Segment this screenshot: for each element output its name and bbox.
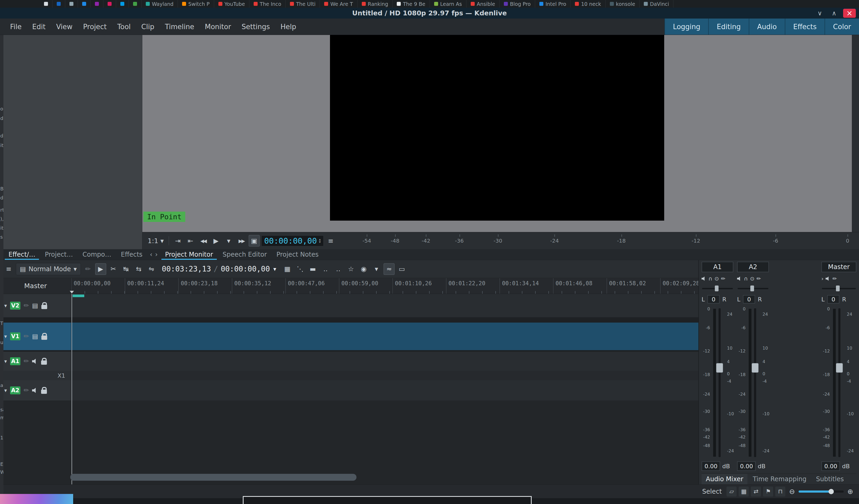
speaker-icon[interactable] — [32, 388, 38, 393]
volume-fader[interactable]: 0-6-12-18-24-30-36-42-48241040-4-10-24 — [702, 307, 733, 458]
browser-tab[interactable]: The 9 Be — [393, 0, 430, 8]
pan-value[interactable]: 0 — [827, 295, 839, 303]
workspace-tab-color[interactable]: Color — [825, 18, 859, 35]
timecode-spinner[interactable]: ▴ ▾ — [319, 238, 321, 244]
workspace-tab-audio[interactable]: Audio — [749, 18, 785, 35]
play-button[interactable]: ▶ — [210, 235, 222, 247]
rewind-button[interactable]: ◀◀ — [198, 235, 209, 247]
browser-tab[interactable]: 10 neck — [571, 0, 605, 8]
mute-icon[interactable] — [702, 276, 706, 281]
menu-timeline[interactable]: Timeline — [160, 21, 199, 33]
volume-fader[interactable]: 0-6-12-18-24-30-36-42-48241040-4-10-24 — [822, 307, 856, 458]
zoom-slider-handle[interactable] — [829, 489, 834, 494]
gain-value[interactable]: 0.00 — [702, 461, 720, 471]
menu-help[interactable]: Help — [276, 21, 301, 33]
lock-icon[interactable] — [41, 335, 47, 340]
monitor-timecode-field[interactable]: 00:00:00,00 ▴ ▾ — [261, 235, 323, 246]
headphones-solo-icon[interactable]: ∩ — [744, 275, 748, 282]
preview-render-button[interactable]: ▭ — [396, 263, 407, 275]
menu-tool[interactable]: Tool — [112, 21, 136, 33]
snap-magnet-button[interactable]: ⊓ — [775, 487, 785, 497]
tag-button[interactable]: ▱ — [726, 487, 737, 497]
chevron-down-icon[interactable]: ▾ — [4, 387, 7, 394]
gain-value[interactable]: 0.00 — [737, 461, 756, 471]
pan-slider[interactable] — [737, 285, 769, 291]
track-grid-button[interactable]: ▦ — [739, 487, 749, 497]
pencil-icon[interactable]: ✏ — [24, 387, 29, 394]
track-lane-v2[interactable] — [71, 294, 698, 317]
browser-tab[interactable]: We Are T — [320, 0, 357, 8]
effects-icon[interactable]: ✏ — [756, 275, 761, 282]
pan-slider[interactable] — [702, 285, 733, 291]
panel-tab-time-remapping[interactable]: Time Remapping — [749, 474, 811, 484]
browser-tab[interactable]: konsole — [606, 0, 639, 8]
timeline-ruler[interactable]: 00:00:00,0000:00:11,2400:00:23,1800:00:3… — [71, 278, 698, 294]
video-track-icon[interactable]: ▤ — [32, 333, 38, 340]
pan-value[interactable]: 0 — [743, 295, 755, 303]
pan-handle[interactable] — [750, 285, 754, 291]
browser-tab[interactable] — [65, 0, 78, 8]
chevron-down-icon[interactable]: ▾ — [4, 333, 7, 340]
panel-tab-subtitles[interactable]: Subtitles — [812, 474, 848, 484]
scroll-right-icon[interactable]: › — [155, 251, 158, 258]
fader-handle[interactable] — [752, 363, 758, 373]
track-head-v1[interactable]: ▾V1✏▤ — [0, 322, 71, 350]
favorite-effects-button[interactable]: ☆ — [345, 263, 357, 275]
forward-button[interactable]: ▶▶ — [236, 235, 247, 247]
record-button[interactable]: ◉ — [358, 263, 369, 275]
menu-clip[interactable]: Clip — [136, 21, 159, 33]
dock-tab-effect[interactable]: Effect/… — [4, 249, 40, 260]
expand-strips-icon[interactable]: › — [822, 275, 824, 282]
project-bin-panel[interactable] — [0, 35, 142, 249]
effects-icon[interactable]: ✏ — [721, 275, 725, 282]
browser-tab[interactable] — [78, 0, 91, 8]
mixer-channel-name[interactable]: A1 — [702, 262, 733, 272]
swap-tracks-button[interactable]: ⇄ — [751, 487, 761, 497]
lock-icon[interactable] — [41, 360, 47, 365]
menu-monitor[interactable]: Monitor — [200, 21, 236, 33]
lock-icon[interactable] — [41, 390, 47, 394]
zone-overwrite-button[interactable]: ▦ — [282, 263, 293, 275]
browser-tab[interactable]: Ranking — [358, 0, 393, 8]
keyframes-button[interactable]: ‥ — [333, 263, 344, 275]
mix-clips-button[interactable]: ✏ — [82, 263, 93, 275]
menu-edit[interactable]: Edit — [28, 21, 50, 33]
headphones-solo-icon[interactable]: ∩ — [708, 275, 712, 282]
browser-tab[interactable]: DaVinci — [639, 0, 674, 8]
browser-tab[interactable]: The Inco — [250, 0, 286, 8]
spacer-tool-button[interactable]: ↹ — [121, 263, 132, 275]
pencil-icon[interactable]: ✏ — [24, 302, 29, 309]
show-mixer-toggle[interactable]: ≈ — [383, 263, 395, 275]
markers-button[interactable]: ‥ — [320, 263, 331, 275]
mute-icon[interactable] — [737, 276, 742, 281]
pan-value[interactable]: 0 — [707, 295, 720, 303]
pan-slider[interactable] — [822, 285, 856, 291]
workspace-tab-effects[interactable]: Effects — [785, 18, 825, 35]
browser-tab[interactable]: Blog Pro — [500, 0, 535, 8]
dock-tab-project-notes[interactable]: Project Notes — [272, 249, 323, 260]
timeline-timecode-field[interactable]: 00:03:23,13 / 00:00:00,00 ▾ — [159, 265, 281, 273]
track-head-a1[interactable]: ▾A1✏ — [0, 352, 71, 371]
pencil-icon[interactable]: ✏ — [24, 333, 29, 340]
track-head-a2[interactable]: ▾A2✏ — [0, 380, 71, 400]
browser-tab[interactable]: Switch P — [178, 0, 214, 8]
browser-tab[interactable] — [52, 0, 65, 8]
timeline-mode-select[interactable]: ▤ Normal Mode ▾ — [16, 263, 81, 275]
chevron-down-icon[interactable]: ▾ — [4, 302, 7, 309]
timeline-zoom-slider[interactable] — [799, 490, 844, 493]
fader-handle[interactable] — [716, 363, 723, 373]
mixer-channel-name[interactable]: A2 — [737, 262, 769, 272]
dock-tab-compo[interactable]: Compo… — [78, 249, 116, 260]
browser-tab[interactable] — [103, 0, 116, 8]
timeline-horizontal-scrollbar[interactable] — [70, 474, 357, 481]
workspace-tab-editing[interactable]: Editing — [708, 18, 749, 35]
razor-tool-button[interactable]: ✂ — [108, 263, 119, 275]
thumbnails-button[interactable]: ▬ — [307, 263, 318, 275]
dock-tab-project[interactable]: Project… — [40, 249, 78, 260]
zone-out-button[interactable]: ⇤ — [185, 235, 196, 247]
track-lane-v1[interactable] — [71, 322, 698, 350]
menu-project[interactable]: Project — [78, 21, 111, 33]
menu-settings[interactable]: Settings — [237, 21, 275, 33]
close-button[interactable]: × — [843, 9, 856, 18]
browser-tab[interactable] — [129, 0, 141, 8]
